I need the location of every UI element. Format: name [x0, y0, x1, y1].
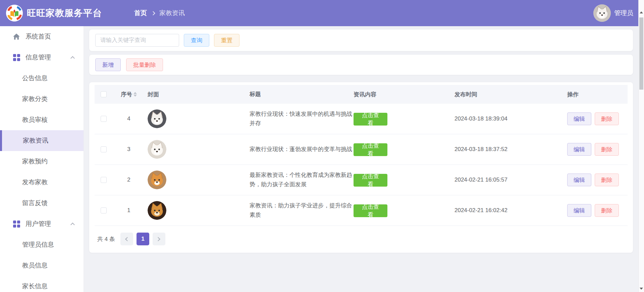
- scrollbar-up-icon[interactable]: [639, 9, 644, 15]
- sidebar-item-teacher-info[interactable]: 教员信息: [0, 255, 84, 276]
- breadcrumb-current: 家教资讯: [159, 9, 185, 17]
- sidebar-item-home[interactable]: 系统首页: [0, 26, 84, 47]
- row-publish-time: 2024-03-18 18:39:04: [454, 115, 567, 122]
- sidebar-item-user-mgmt[interactable]: 用户管理: [0, 213, 84, 234]
- grid-icon: [13, 54, 20, 61]
- search-panel: 查询 重置: [89, 30, 633, 51]
- column-ops: 操作: [567, 91, 628, 98]
- sidebar-item-tutor-category[interactable]: 家教分类: [0, 89, 84, 109]
- row-publish-time: 2024-02-21 16:05:57: [454, 177, 567, 183]
- query-button[interactable]: 查询: [184, 34, 209, 47]
- sidebar-item-label: 家长信息: [22, 282, 48, 291]
- user-name: 管理员: [614, 9, 633, 17]
- user-avatar: [593, 4, 611, 22]
- chevron-up-icon: [70, 56, 75, 60]
- edit-button[interactable]: 编辑: [567, 112, 591, 125]
- sidebar-item-label: 家教预约: [22, 157, 48, 166]
- chevron-right-icon: [156, 237, 161, 241]
- app-header: 旺旺家教服务平台 首页 家教资讯 管理员: [0, 0, 644, 26]
- edit-button[interactable]: 编辑: [567, 174, 591, 186]
- pagination: 共 4 条 1: [95, 233, 628, 245]
- app-title: 旺旺家教服务平台: [27, 7, 102, 19]
- view-content-button[interactable]: 点击查看: [354, 143, 387, 156]
- chevron-up-icon: [70, 223, 75, 227]
- view-content-button[interactable]: 点击查看: [354, 204, 387, 217]
- view-content-button[interactable]: 点击查看: [354, 174, 387, 187]
- table-body: 4 家教行业现状：快速发展中的机遇与挑战并存 点击查看 2024-03-18 1…: [95, 104, 628, 226]
- table-row: 2 最新家教资讯：个性化教育成为家教新趋势，助力孩子全面发展 点击查看 2024…: [95, 165, 628, 195]
- row-index: 2: [127, 177, 130, 183]
- row-checkbox[interactable]: [101, 207, 107, 213]
- delete-button[interactable]: 删除: [595, 112, 619, 125]
- sidebar-item-info-mgmt[interactable]: 信息管理: [0, 47, 84, 68]
- sidebar-item-label: 教员信息: [22, 261, 48, 270]
- admin-page: 旺旺家教服务平台 首页 家教资讯 管理员 系统首页信息管理公告信息家教分类教员审…: [0, 0, 644, 292]
- view-content-button[interactable]: 点击查看: [354, 113, 387, 126]
- row-publish-time: 2024-02-21 16:02:42: [454, 207, 567, 214]
- column-content: 资讯内容: [354, 91, 454, 98]
- prev-page-button[interactable]: [120, 233, 133, 245]
- delete-button[interactable]: 删除: [595, 143, 619, 156]
- sidebar-item-label: 信息管理: [25, 53, 51, 62]
- current-page-button[interactable]: 1: [137, 233, 149, 245]
- main-content: 查询 重置 新增 批量删除 序号 封面 标题 资讯内容 发布时间 操作 4: [84, 26, 638, 292]
- sidebar-item-parent-info[interactable]: 家长信息: [0, 276, 84, 292]
- pagination-total: 共 4 条: [97, 235, 115, 243]
- row-title: 家教资讯：助力孩子学业进步，提升综合素质: [246, 201, 354, 220]
- breadcrumb-chevron-icon: [151, 11, 155, 15]
- table-row: 4 家教行业现状：快速发展中的机遇与挑战并存 点击查看 2024-03-18 1…: [95, 104, 628, 134]
- table-header: 序号 封面 标题 资讯内容 发布时间 操作: [95, 85, 628, 104]
- sidebar-item-notice-info[interactable]: 公告信息: [0, 68, 84, 89]
- row-title: 最新家教资讯：个性化教育成为家教新趋势，助力孩子全面发展: [246, 171, 354, 189]
- cover-avatar: [148, 201, 166, 220]
- sidebar-item-label: 系统首页: [25, 32, 51, 41]
- sidebar-item-tutor-booking[interactable]: 家教预约: [0, 151, 84, 172]
- header-checkbox[interactable]: [101, 91, 107, 97]
- column-cover: 封面: [145, 91, 246, 98]
- sidebar-item-label: 公告信息: [22, 74, 48, 83]
- sidebar-item-label: 管理员信息: [22, 240, 54, 249]
- cover-avatar: [148, 171, 166, 189]
- sidebar-item-feedback[interactable]: 留言反馈: [0, 193, 84, 213]
- reset-button[interactable]: 重置: [214, 34, 239, 47]
- row-index: 1: [127, 207, 130, 214]
- breadcrumb-home-link[interactable]: 首页: [134, 9, 147, 17]
- sidebar-item-label: 留言反馈: [22, 199, 48, 207]
- user-menu[interactable]: 管理员: [593, 4, 633, 22]
- sidebar-item-teacher-audit[interactable]: 教员审核: [0, 109, 84, 130]
- grid-icon: [13, 54, 20, 61]
- row-checkbox[interactable]: [101, 146, 107, 152]
- add-button[interactable]: 新增: [95, 58, 121, 71]
- sidebar-menu: 系统首页信息管理公告信息家教分类教员审核家教资讯家教预约发布家教留言反馈用户管理…: [0, 26, 84, 292]
- table-row: 3 家教行业现状：蓬勃发展中的变革与挑战 点击查看 2024-03-18 18:…: [95, 134, 628, 165]
- grid-icon: [13, 221, 20, 228]
- column-time: 发布时间: [454, 91, 567, 98]
- delete-button[interactable]: 删除: [595, 174, 619, 186]
- app-logo-icon: [6, 5, 23, 21]
- sidebar-item-label: 用户管理: [25, 220, 51, 228]
- edit-button[interactable]: 编辑: [567, 204, 591, 217]
- search-input[interactable]: [95, 34, 179, 47]
- chevron-left-icon: [125, 237, 130, 241]
- row-checkbox[interactable]: [101, 116, 107, 122]
- delete-button[interactable]: 删除: [595, 204, 619, 217]
- sidebar-item-label: 家教分类: [22, 95, 48, 103]
- row-title: 家教行业现状：蓬勃发展中的变革与挑战: [246, 145, 354, 154]
- sidebar-item-admin-info[interactable]: 管理员信息: [0, 234, 84, 255]
- scrollbar-down-icon[interactable]: [639, 286, 644, 291]
- column-index[interactable]: 序号: [113, 91, 145, 98]
- cover-avatar: [148, 109, 166, 128]
- scrollbar-thumb[interactable]: [639, 17, 643, 90]
- sidebar-item-label: 家教资讯: [23, 136, 48, 145]
- batch-delete-button[interactable]: 批量删除: [126, 58, 163, 71]
- sidebar-item-tutor-news[interactable]: 家教资讯: [0, 130, 84, 151]
- next-page-button[interactable]: [153, 233, 165, 245]
- sidebar-item-publish-tutor[interactable]: 发布家教: [0, 172, 84, 193]
- table-panel: 序号 封面 标题 资讯内容 发布时间 操作 4 家教行业现状：快速发展中的机遇与…: [89, 82, 633, 253]
- cover-avatar: [148, 140, 166, 159]
- row-checkbox[interactable]: [101, 177, 107, 183]
- edit-button[interactable]: 编辑: [567, 143, 591, 156]
- sort-caret-icon[interactable]: [133, 92, 137, 97]
- row-publish-time: 2024-03-18 18:37:52: [454, 146, 567, 153]
- page-scrollbar[interactable]: [638, 0, 644, 292]
